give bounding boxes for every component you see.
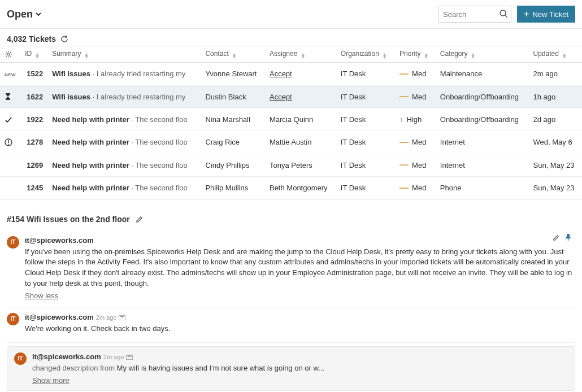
- org-name: IT Desk: [336, 85, 395, 108]
- priority-med-icon: —: [399, 162, 409, 168]
- plus-icon: +: [524, 9, 529, 19]
- new-ticket-button[interactable]: + New Ticket: [517, 6, 575, 23]
- col-assignee[interactable]: Assignee ▲▼: [265, 46, 336, 63]
- assignee-name: Mattie Austin: [270, 138, 311, 146]
- assignee-name: Tonya Peters: [270, 161, 312, 169]
- activity-item: IT it@spiceworks.com2m ago We're working…: [7, 308, 575, 343]
- ticket-title: Need help with printer: [52, 115, 129, 124]
- search-icon[interactable]: [499, 9, 508, 18]
- contact-name: Craig Rice: [201, 131, 265, 154]
- ticket-detail-title: #154 Wifi Issues on the 2nd floor: [7, 215, 130, 224]
- activity-text: We're working on it. Check back in two d…: [25, 324, 575, 334]
- activity-author: it@spiceworks.com: [25, 236, 94, 245]
- activity-time: 2m ago: [103, 354, 124, 360]
- view-dropdown[interactable]: Open: [7, 8, 42, 20]
- table-row[interactable]: 1622 Wifi issues · I already tried resta…: [0, 85, 582, 108]
- org-name: IT Desk: [336, 177, 395, 200]
- activity-item: IT it@spiceworks.com If you've been usin…: [7, 232, 575, 308]
- category-label: Phone: [436, 177, 529, 200]
- table-row[interactable]: NEW 1522 Wifi issues · I already tried r…: [0, 63, 582, 86]
- activity-item: IT it@spiceworks.com2m ago changed descr…: [7, 346, 575, 391]
- activity-author: it@spiceworks.com: [32, 352, 101, 361]
- col-updated[interactable]: Updated ▲▼: [529, 46, 582, 63]
- show-toggle[interactable]: Show more: [32, 376, 70, 385]
- ticket-count: 4,032 Tickets: [7, 34, 56, 43]
- check-icon: [5, 116, 12, 124]
- category-label: Internet: [436, 131, 529, 154]
- category-label: Internet: [436, 154, 529, 177]
- activity-text: If you've been using the on-premises Spi…: [25, 247, 575, 289]
- svg-point-5: [8, 143, 9, 145]
- priority-med-icon: —: [399, 71, 409, 77]
- col-id[interactable]: ID ▲▼: [20, 46, 47, 63]
- table-row[interactable]: 1269 Need help with printer · The second…: [0, 154, 582, 177]
- show-toggle[interactable]: Show less: [25, 291, 58, 300]
- ticket-id: 1522: [20, 63, 47, 86]
- activity-author: it@spiceworks.com: [25, 313, 94, 321]
- priority-label: Med: [412, 161, 426, 169]
- ticket-desc: · I already tried restarting my: [93, 93, 186, 101]
- priority-label: Med: [412, 93, 426, 101]
- ticket-desc: · I already tried restarting my: [93, 69, 186, 78]
- contact-name: Yvonne Stewart: [201, 63, 265, 86]
- pin-icon[interactable]: [564, 234, 572, 241]
- contact-name: Cindy Phillips: [201, 154, 265, 177]
- table-row[interactable]: 1245 Need help with printer · The second…: [0, 177, 582, 200]
- col-organization[interactable]: Organization ▲▼: [336, 46, 395, 63]
- ticket-desc: · The second floo: [131, 115, 188, 124]
- table-row[interactable]: 1278 Need help with printer · The second…: [0, 131, 582, 154]
- accept-link[interactable]: Accept: [270, 93, 292, 101]
- contact-name: Philip Mullins: [201, 177, 265, 200]
- col-summary[interactable]: Summary ▲▼: [47, 46, 201, 63]
- new-ticket-label: New Ticket: [532, 10, 568, 19]
- avatar: IT: [7, 236, 19, 249]
- assignee-name: Beth Montgomery: [270, 184, 328, 192]
- category-label: Onboarding/Offboarding: [436, 85, 529, 108]
- chevron-down-icon: [35, 11, 42, 18]
- view-label: Open: [7, 8, 33, 20]
- updated-label: 1h ago: [529, 85, 582, 108]
- org-name: IT Desk: [336, 63, 395, 86]
- org-name: IT Desk: [336, 154, 395, 177]
- updated-label: Sun, May 23: [529, 177, 582, 200]
- edit-comment-icon[interactable]: [553, 234, 560, 241]
- ticket-desc: · The second floo: [131, 161, 188, 169]
- accept-link[interactable]: Accept: [270, 69, 292, 78]
- ticket-title: Need help with printer: [52, 138, 129, 146]
- ticket-id: 1922: [20, 108, 47, 131]
- ticket-title: Wifi issues: [52, 93, 90, 101]
- ticket-desc: · The second floo: [131, 184, 188, 192]
- avatar: IT: [7, 313, 19, 325]
- col-contact[interactable]: Contact ▲▼: [201, 46, 265, 63]
- priority-med-icon: —: [399, 94, 409, 99]
- col-priority[interactable]: Priority ▲▼: [395, 46, 436, 63]
- priority-med-icon: —: [399, 185, 409, 191]
- new-badge: NEW: [5, 72, 16, 77]
- refresh-icon[interactable]: [60, 35, 68, 43]
- svg-point-2: [7, 53, 10, 55]
- col-category[interactable]: Category ▲▼: [436, 46, 529, 63]
- svg-point-0: [500, 10, 506, 16]
- priority-med-icon: —: [399, 140, 409, 145]
- org-name: IT Desk: [336, 131, 395, 154]
- org-name: IT Desk: [336, 108, 395, 131]
- table-row[interactable]: 1922 Need help with printer · The second…: [0, 108, 582, 131]
- edit-title-icon[interactable]: [136, 215, 144, 223]
- contact-name: Nina Marshall: [201, 108, 265, 131]
- ticket-title: Wifi issues: [52, 69, 90, 78]
- priority-label: Med: [412, 69, 426, 78]
- ticket-id: 1245: [20, 177, 47, 200]
- priority-label: Med: [412, 184, 426, 192]
- gear-icon[interactable]: [5, 50, 16, 58]
- category-label: Onboarding/Offboarding: [436, 108, 529, 131]
- svg-line-1: [505, 15, 507, 18]
- ticket-id: 1622: [20, 85, 47, 108]
- priority-label: Med: [412, 138, 426, 146]
- activity-time: 2m ago: [96, 314, 117, 321]
- updated-label: 2d ago: [529, 108, 582, 131]
- avatar: IT: [14, 352, 27, 365]
- alert-icon: [5, 138, 12, 146]
- hourglass-icon: [5, 93, 11, 101]
- priority-label: High: [407, 115, 422, 124]
- ticket-id: 1269: [20, 154, 47, 177]
